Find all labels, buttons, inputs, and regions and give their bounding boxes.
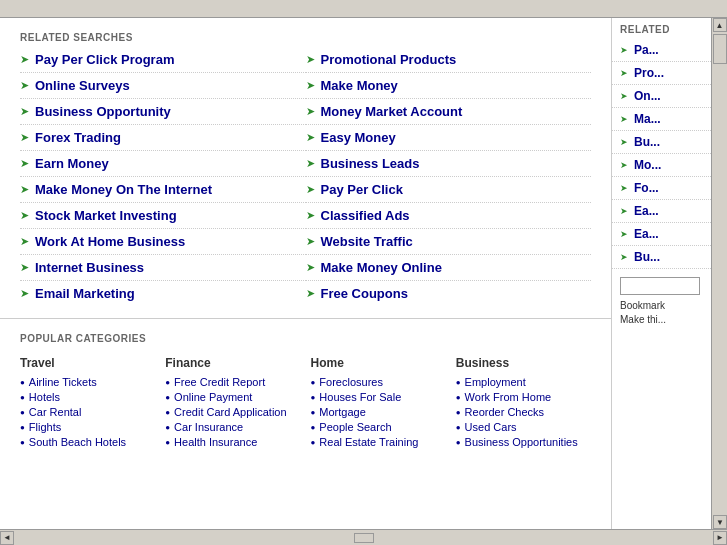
- arrow-icon: ➤: [20, 79, 29, 92]
- related-link[interactable]: Classified Ads: [321, 208, 410, 223]
- category-link[interactable]: ●Used Cars: [456, 421, 591, 433]
- related-item: ➤ Business Opportunity: [20, 99, 306, 125]
- category-link[interactable]: ●Reorder Checks: [456, 406, 591, 418]
- main-row: RELATED SEARCHES ➤ Pay Per Click Program…: [0, 18, 727, 529]
- right-panel: RELATED ➤ Pa... ➤ Pro... ➤ On... ➤ Ma...…: [611, 18, 711, 529]
- arrow-icon: ➤: [620, 68, 628, 78]
- category-col: Finance●Free Credit Report●Online Paymen…: [165, 356, 300, 451]
- right-panel-link[interactable]: On...: [634, 89, 661, 103]
- arrow-icon: ➤: [306, 261, 315, 274]
- category-link[interactable]: ●South Beach Hotels: [20, 436, 155, 448]
- category-col: Travel●Airline Tickets●Hotels●Car Rental…: [20, 356, 155, 451]
- scroll-down-button[interactable]: ▼: [713, 515, 727, 529]
- category-link[interactable]: ●Real Estate Training: [311, 436, 446, 448]
- bullet-icon: ●: [456, 423, 461, 432]
- right-panel-item: ➤ Mo...: [612, 154, 711, 177]
- arrow-icon: ➤: [306, 209, 315, 222]
- arrow-icon: ➤: [20, 53, 29, 66]
- scroll-left-button[interactable]: ◄: [0, 531, 14, 545]
- related-item: ➤ Earn Money: [20, 151, 306, 177]
- category-link[interactable]: ●Houses For Sale: [311, 391, 446, 403]
- related-link[interactable]: Email Marketing: [35, 286, 135, 301]
- popular-categories-header: POPULAR CATEGORIES: [20, 327, 591, 348]
- related-item: ➤ Make Money Online: [306, 255, 592, 281]
- category-link[interactable]: ●Health Insurance: [165, 436, 300, 448]
- category-link[interactable]: ●Employment: [456, 376, 591, 388]
- bullet-icon: ●: [165, 438, 170, 447]
- category-col: Business●Employment●Work From Home●Reord…: [456, 356, 591, 451]
- category-link[interactable]: ●People Search: [311, 421, 446, 433]
- category-link[interactable]: ●Car Insurance: [165, 421, 300, 433]
- related-link[interactable]: Pay Per Click: [321, 182, 403, 197]
- category-link[interactable]: ●Work From Home: [456, 391, 591, 403]
- related-searches-header: RELATED SEARCHES: [0, 26, 611, 47]
- category-link[interactable]: ●Mortgage: [311, 406, 446, 418]
- right-panel-link[interactable]: Fo...: [634, 181, 659, 195]
- arrow-icon: ➤: [20, 287, 29, 300]
- right-panel-link[interactable]: Pa...: [634, 43, 659, 57]
- right-panel-link[interactable]: Ea...: [634, 227, 659, 241]
- related-link[interactable]: Stock Market Investing: [35, 208, 177, 223]
- related-item: ➤ Pay Per Click Program: [20, 47, 306, 73]
- right-panel-link[interactable]: Bu...: [634, 250, 660, 264]
- bullet-icon: ●: [456, 378, 461, 387]
- right-panel-link[interactable]: Pro...: [634, 66, 664, 80]
- related-link[interactable]: Promotional Products: [321, 52, 457, 67]
- right-panel-items: ➤ Pa... ➤ Pro... ➤ On... ➤ Ma... ➤ Bu...…: [612, 39, 711, 269]
- right-panel-link[interactable]: Ea...: [634, 204, 659, 218]
- category-title: Business: [456, 356, 591, 370]
- arrow-icon: ➤: [620, 252, 628, 262]
- category-link[interactable]: ●Airline Tickets: [20, 376, 155, 388]
- related-link[interactable]: Forex Trading: [35, 130, 121, 145]
- related-link[interactable]: Make Money Online: [321, 260, 442, 275]
- right-panel-item: ➤ Bu...: [612, 131, 711, 154]
- category-link[interactable]: ●Online Payment: [165, 391, 300, 403]
- page-wrapper: RELATED SEARCHES ➤ Pay Per Click Program…: [0, 0, 727, 545]
- related-link[interactable]: Free Coupons: [321, 286, 408, 301]
- related-link[interactable]: Easy Money: [321, 130, 396, 145]
- category-link[interactable]: ●Free Credit Report: [165, 376, 300, 388]
- related-link[interactable]: Make Money On The Internet: [35, 182, 212, 197]
- scroll-h-thumb[interactable]: [354, 533, 374, 543]
- related-link[interactable]: Work At Home Business: [35, 234, 185, 249]
- related-item: ➤ Internet Business: [20, 255, 306, 281]
- related-item: ➤ Money Market Account: [306, 99, 592, 125]
- related-item: ➤ Online Surveys: [20, 73, 306, 99]
- related-link[interactable]: Internet Business: [35, 260, 144, 275]
- scroll-up-button[interactable]: ▲: [713, 18, 727, 32]
- bullet-icon: ●: [20, 408, 25, 417]
- scroll-right-button[interactable]: ►: [713, 531, 727, 545]
- arrow-icon: ➤: [620, 45, 628, 55]
- related-link[interactable]: Money Market Account: [321, 104, 463, 119]
- bullet-icon: ●: [165, 423, 170, 432]
- right-panel-header: RELATED: [612, 18, 711, 39]
- right-panel-link[interactable]: Ma...: [634, 112, 661, 126]
- bullet-icon: ●: [165, 378, 170, 387]
- category-link[interactable]: ●Foreclosures: [311, 376, 446, 388]
- category-link[interactable]: ●Flights: [20, 421, 155, 433]
- bullet-icon: ●: [311, 438, 316, 447]
- right-panel-link[interactable]: Bu...: [634, 135, 660, 149]
- category-link[interactable]: ●Car Rental: [20, 406, 155, 418]
- related-link[interactable]: Business Opportunity: [35, 104, 171, 119]
- bookmark-input[interactable]: [620, 277, 700, 295]
- arrow-icon: ➤: [20, 105, 29, 118]
- category-link[interactable]: ●Business Opportunities: [456, 436, 591, 448]
- related-link[interactable]: Online Surveys: [35, 78, 130, 93]
- related-link[interactable]: Earn Money: [35, 156, 109, 171]
- category-title: Home: [311, 356, 446, 370]
- related-link[interactable]: Pay Per Click Program: [35, 52, 174, 67]
- related-link[interactable]: Make Money: [321, 78, 398, 93]
- scroll-thumb[interactable]: [713, 34, 727, 64]
- section-divider: [0, 318, 611, 319]
- arrow-icon: ➤: [306, 183, 315, 196]
- category-link[interactable]: ●Credit Card Application: [165, 406, 300, 418]
- related-link[interactable]: Business Leads: [321, 156, 420, 171]
- right-panel-link[interactable]: Mo...: [634, 158, 661, 172]
- right-panel-item: ➤ Ea...: [612, 223, 711, 246]
- related-item: ➤ Forex Trading: [20, 125, 306, 151]
- bullet-icon: ●: [165, 393, 170, 402]
- related-link[interactable]: Website Traffic: [321, 234, 413, 249]
- category-link[interactable]: ●Hotels: [20, 391, 155, 403]
- related-item: ➤ Easy Money: [306, 125, 592, 151]
